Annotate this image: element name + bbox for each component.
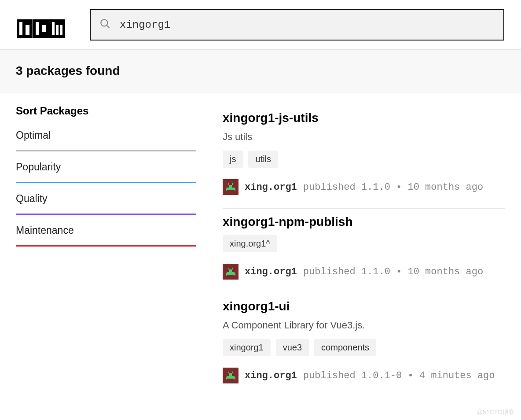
svg-rect-12 — [42, 25, 46, 32]
svg-rect-11 — [36, 22, 39, 35]
header — [0, 0, 521, 49]
tag[interactable]: js — [223, 151, 243, 168]
package-meta: xing.org1 published 1.0.1-0 • 4 minutes … — [223, 368, 505, 383]
publish-info: published 1.1.0 • 10 months ago — [303, 266, 483, 277]
package-tags: js utils — [223, 151, 505, 168]
search-input[interactable] — [120, 19, 495, 31]
avatar[interactable] — [223, 264, 238, 280]
package-description: Js utils — [223, 131, 505, 143]
package-item: xingorg1-ui A Component Library for Vue3… — [223, 293, 505, 397]
svg-point-17 — [101, 19, 107, 26]
publish-info: published 1.0.1-0 • 4 minutes ago — [303, 370, 495, 381]
svg-rect-22 — [232, 183, 233, 185]
svg-rect-29 — [226, 273, 227, 276]
svg-rect-30 — [235, 273, 235, 276]
npm-logo[interactable] — [17, 19, 65, 30]
svg-rect-14 — [52, 22, 55, 35]
author[interactable]: xing.org1 — [245, 370, 297, 381]
package-item: xingorg1-npm-publish xing.org1^ xing.org… — [223, 209, 505, 293]
results-banner: 3 packages found — [0, 49, 521, 92]
tag[interactable]: xing.org1^ — [223, 235, 277, 252]
author[interactable]: xing.org1 — [245, 266, 297, 277]
svg-rect-32 — [229, 373, 232, 376]
package-tags: xing.org1^ — [223, 235, 505, 252]
search-icon — [99, 18, 111, 31]
package-meta: xing.org1 published 1.1.0 • 10 months ag… — [223, 264, 505, 280]
svg-rect-23 — [226, 188, 227, 191]
publish-info: published 1.1.0 • 10 months ago — [303, 182, 483, 193]
sort-option-maintenance[interactable]: Maintenance — [16, 225, 196, 247]
package-name[interactable]: xingorg1-js-utils — [223, 111, 505, 125]
tag[interactable]: utils — [248, 151, 278, 168]
sidebar: Sort Packages Optimal Popularity Quality… — [16, 105, 196, 397]
results-list: xingorg1-js-utils Js utils js utils xing… — [223, 105, 505, 397]
sort-option-quality[interactable]: Quality — [16, 193, 196, 215]
package-name[interactable]: xingorg1-ui — [223, 299, 505, 313]
svg-rect-8 — [19, 22, 22, 35]
svg-rect-21 — [228, 183, 229, 185]
svg-rect-19 — [227, 188, 235, 190]
svg-rect-7 — [17, 19, 33, 38]
svg-rect-24 — [235, 188, 235, 191]
svg-rect-20 — [229, 185, 232, 188]
package-name[interactable]: xingorg1-npm-publish — [223, 215, 505, 229]
package-meta: xing.org1 published 1.1.0 • 10 months ag… — [223, 179, 505, 195]
tag[interactable]: vue3 — [276, 339, 309, 356]
svg-rect-36 — [235, 377, 235, 379]
svg-rect-16 — [60, 25, 62, 35]
package-item: xingorg1-js-utils Js utils js utils xing… — [223, 105, 505, 209]
svg-rect-15 — [56, 25, 59, 35]
sort-option-optimal[interactable]: Optimal — [16, 129, 196, 151]
svg-rect-10 — [33, 19, 49, 38]
avatar[interactable] — [223, 179, 238, 195]
svg-rect-27 — [228, 268, 229, 269]
tag[interactable]: components — [314, 339, 376, 356]
svg-rect-25 — [227, 272, 235, 275]
svg-line-18 — [106, 25, 110, 28]
svg-rect-33 — [228, 372, 229, 373]
sort-title: Sort Packages — [16, 105, 196, 117]
package-description: A Component Library for Vue3.js. — [223, 320, 505, 331]
author[interactable]: xing.org1 — [245, 182, 297, 193]
svg-rect-35 — [226, 377, 227, 379]
svg-rect-28 — [232, 268, 233, 269]
svg-rect-9 — [26, 25, 29, 35]
content: Sort Packages Optimal Popularity Quality… — [0, 92, 521, 409]
package-tags: xingorg1 vue3 components — [223, 339, 505, 356]
results-count: 3 packages found — [16, 64, 505, 78]
svg-rect-31 — [227, 376, 235, 379]
avatar[interactable] — [223, 368, 238, 383]
sort-option-popularity[interactable]: Popularity — [16, 161, 196, 183]
svg-rect-34 — [232, 372, 233, 373]
search-bar[interactable] — [90, 9, 504, 41]
tag[interactable]: xingorg1 — [223, 339, 271, 356]
svg-rect-26 — [229, 269, 232, 272]
